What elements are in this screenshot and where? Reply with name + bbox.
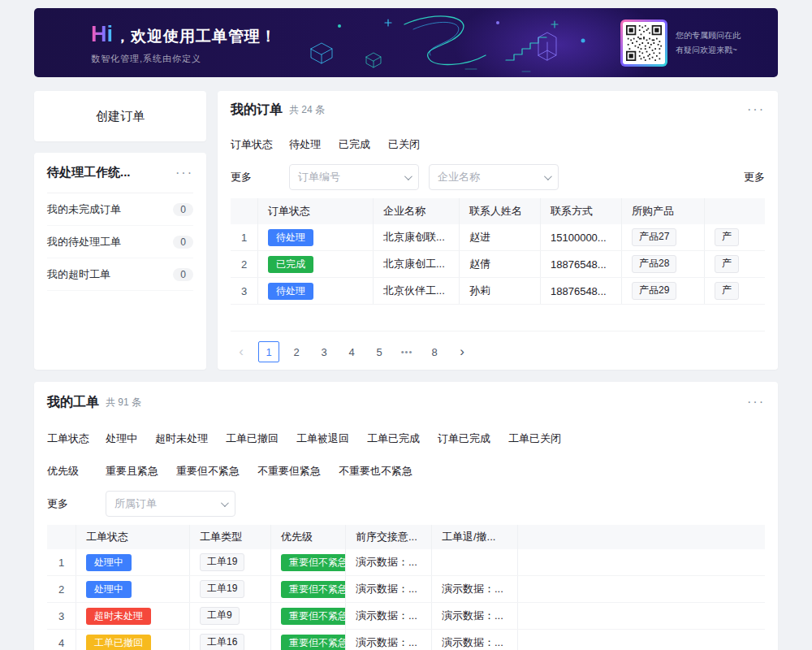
pagination-page-8[interactable]: 8	[424, 341, 445, 362]
pagination-page-3[interactable]: 3	[313, 341, 335, 362]
pagination-prev-icon[interactable]: ‹	[231, 341, 252, 362]
header-order-status: 订单状态	[258, 198, 374, 224]
order-status-filter-row: 订单状态 待处理 已完成 已关闭	[231, 128, 765, 161]
order-status-cell: 待处理	[258, 224, 374, 250]
phone-cell: 18876548...	[541, 278, 622, 304]
stats-more-menu-icon[interactable]: ···	[175, 167, 193, 180]
preface-cell: 演示数据：...	[346, 630, 432, 650]
stat-count-badge: 0	[173, 236, 193, 249]
orders-more-link[interactable]: 更多	[744, 170, 765, 184]
workorder-row[interactable]: 4 工单已撤回 工单16 重要但不紧急 演示数据：... 演示数据：...	[47, 630, 765, 650]
qr-pattern-icon	[626, 25, 662, 61]
priority-option-notimportant-urgent[interactable]: 不重要但紧急	[257, 464, 321, 479]
workorders-more-filter-label: 更多	[47, 496, 106, 511]
company-name-placeholder: 企业名称	[438, 170, 480, 184]
orders-more-menu-icon[interactable]: ···	[747, 103, 765, 116]
phone-cell: 15100000...	[541, 224, 622, 250]
type-tag: 工单19	[200, 553, 244, 571]
return-cell: 演示数据：...	[432, 603, 518, 629]
order-row[interactable]: 1 待处理 北京康创联... 赵进 15100000... 产品27 产	[231, 224, 765, 251]
left-sidebar: 创建订单 待处理工作统... ··· 我的未完成订单 0 我的待处理工单 0 我…	[34, 91, 206, 370]
stat-item-pending-workorders[interactable]: 我的待处理工单 0	[47, 226, 193, 258]
workorder-status-filter-row: 工单状态 处理中 超时未处理 工单已撤回 工单被退回 工单已完成 订单已完成 工…	[47, 422, 765, 455]
wo-status-option-withdrawn[interactable]: 工单已撤回	[226, 431, 279, 446]
header-product: 所购产品	[622, 198, 705, 224]
priority-badge: 重要但不紧急	[281, 635, 346, 650]
priority-badge: 重要但不紧急	[281, 554, 346, 571]
wo-status-option-returned[interactable]: 工单被退回	[296, 431, 349, 446]
header-contact-phone: 联系方式	[541, 198, 622, 224]
order-status-option-completed[interactable]: 已完成	[339, 137, 370, 152]
pagination-page-1[interactable]: 1	[258, 341, 279, 362]
priority-option-important-noturgent[interactable]: 重要但不紧急	[176, 464, 240, 479]
status-badge: 待处理	[268, 283, 313, 300]
return-cell	[432, 549, 518, 575]
row-index: 4	[47, 630, 76, 650]
header-workorder-type: 工单类型	[190, 525, 271, 549]
type-tag: 工单19	[200, 580, 244, 598]
stat-label: 我的待处理工单	[47, 235, 121, 249]
order-status-option-pending[interactable]: 待处理	[289, 137, 321, 152]
type-tag: 工单9	[200, 607, 240, 625]
contact-cell: 孙莉	[460, 278, 541, 304]
stat-item-unfinished-orders[interactable]: 我的未完成订单 0	[47, 193, 193, 226]
chevron-down-icon	[221, 499, 229, 507]
orders-more-filter-row: 更多 订单编号 企业名称 更多	[231, 161, 765, 193]
company-name-select[interactable]: 企业名称	[429, 164, 559, 190]
pagination-ellipsis-icon[interactable]: •••	[396, 341, 417, 362]
filler-cell	[518, 603, 765, 629]
order-status-cell: 待处理	[258, 278, 374, 304]
stat-item-overdue-workorders[interactable]: 我的超时工单 0	[47, 258, 193, 291]
priority-cell: 重要但不紧急	[271, 603, 346, 629]
workorder-row[interactable]: 2 处理中 工单19 重要但不紧急 演示数据：... 演示数据：...	[47, 576, 765, 603]
order-row[interactable]: 3 待处理 北京伙伴工... 孙莉 18876548... 产品29 产	[231, 278, 765, 305]
orders-pagination: ‹ 1 2 3 4 5 ••• 8 ›	[231, 341, 765, 362]
contact-cell: 赵倩	[460, 251, 541, 277]
create-order-button[interactable]: 创建订单	[34, 91, 206, 141]
empty-table-row	[231, 305, 765, 332]
preface-cell: 演示数据：...	[346, 549, 432, 575]
wo-status-option-overdue[interactable]: 超时未处理	[155, 431, 208, 446]
priority-cell: 重要但不紧急	[271, 576, 346, 602]
wo-status-option-order-completed[interactable]: 订单已完成	[438, 431, 490, 446]
filler-cell	[518, 630, 765, 650]
row-index: 1	[231, 224, 258, 250]
preface-cell: 演示数据：...	[346, 576, 432, 602]
header-contact-name: 联系人姓名	[460, 198, 541, 224]
banner-qr-block: 您的专属顾问在此 有疑问欢迎来戳~	[620, 20, 760, 67]
order-status-filter-label: 订单状态	[231, 137, 289, 152]
wo-status-option-processing[interactable]: 处理中	[106, 431, 137, 446]
banner-subtitle: 数智化管理,系统由你定义	[91, 52, 277, 64]
header-return-note: 工单退/撤...	[432, 525, 518, 549]
priority-option-notimportant-noturgent[interactable]: 不重要也不紧急	[339, 464, 412, 479]
qr-caption: 您的专属顾问在此 有疑问欢迎来戳~	[676, 28, 760, 58]
order-status-option-closed[interactable]: 已关闭	[388, 137, 420, 152]
pagination-next-icon[interactable]: ›	[451, 341, 473, 362]
company-cell: 北京伙伴工...	[374, 278, 460, 304]
priority-option-important-urgent[interactable]: 重要且紧急	[106, 464, 158, 479]
wo-status-cell: 处理中	[76, 549, 190, 575]
pagination-page-2[interactable]: 2	[286, 341, 307, 362]
pagination-page-5[interactable]: 5	[369, 341, 390, 362]
wo-status-option-completed[interactable]: 工单已完成	[367, 431, 420, 446]
wo-status-option-closed[interactable]: 工单已关闭	[508, 431, 561, 446]
stat-label: 我的超时工单	[47, 267, 110, 282]
my-workorders-panel: 我的工单 共 91 条 ··· 工单状态 处理中 超时未处理 工单已撤回 工单被…	[34, 382, 778, 650]
parent-order-select[interactable]: 所属订单	[106, 491, 235, 517]
product-cell: 产品27	[622, 224, 705, 250]
workorder-row[interactable]: 3 超时未处理 工单9 重要但不紧急 演示数据：... 演示数据：...	[47, 603, 765, 630]
workorder-row[interactable]: 1 处理中 工单19 重要但不紧急 演示数据：...	[47, 549, 765, 576]
pagination-page-4[interactable]: 4	[341, 341, 362, 362]
order-number-select[interactable]: 订单编号	[289, 164, 419, 190]
preface-cell: 演示数据：...	[346, 603, 432, 629]
wo-type-cell: 工单19	[190, 576, 271, 602]
header-workorder-status: 工单状态	[76, 525, 190, 549]
order-row[interactable]: 2 已完成 北京康创工... 赵倩 18876548... 产品28 产	[231, 251, 765, 278]
status-badge: 已完成	[268, 256, 313, 273]
chevron-down-icon	[404, 172, 412, 180]
banner-text-block: Hi ，欢迎使用工单管理！ 数智化管理,系统由你定义	[91, 21, 277, 64]
header-company: 企业名称	[374, 198, 460, 224]
product-cell: 产品28	[622, 251, 705, 277]
product-tag: 产品28	[632, 255, 676, 273]
workorders-more-menu-icon[interactable]: ···	[747, 396, 765, 409]
